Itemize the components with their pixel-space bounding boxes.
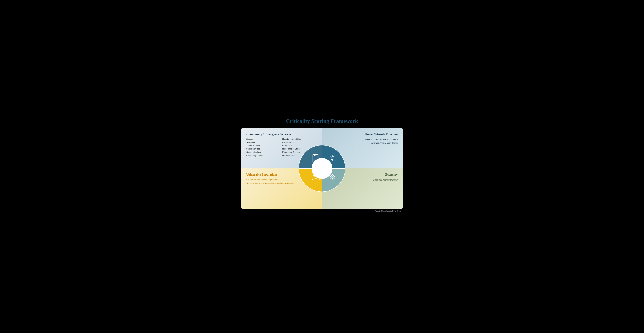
economy-items: Business Activity Density xyxy=(327,178,398,182)
quadrant-community-services: Community / Emergency Services Schools T… xyxy=(242,128,322,168)
vulnerable-populations-items: Environmental Justice Populations Social… xyxy=(246,178,317,185)
list-item: Fire Station xyxy=(282,144,317,147)
list-item: Hospital / Urgent Care xyxy=(282,138,317,141)
community-services-items: Schools Town Hall Transit Facilities Sen… xyxy=(246,138,317,157)
list-item: Communications xyxy=(246,151,281,154)
list-item: Average Annual Daily Traffic xyxy=(327,141,398,145)
attribution-text: Adapted from Woods Hole Group xyxy=(242,210,402,212)
list-item: Social Vulnerability Index (Housing /Tra… xyxy=(246,181,317,185)
list-item: Environmental Justice Populations xyxy=(246,178,317,181)
quadrant-vulnerable-populations: Vulnerable Populations Environmental Jus… xyxy=(242,168,322,209)
main-card: Community / Emergency Services Schools T… xyxy=(242,128,402,209)
vulnerable-populations-title: Vulnerable Populations xyxy=(246,173,317,176)
list-item: Schools xyxy=(246,138,281,141)
list-item: Community Centers xyxy=(246,154,281,157)
list-item: MassDOT Functional Classification xyxy=(327,138,398,141)
list-item: DPW Facilities xyxy=(282,154,317,157)
list-item: Emergency Shelters xyxy=(282,151,317,154)
usage-network-title: Usage/Network Function xyxy=(327,132,398,136)
economy-title: Economy xyxy=(327,173,398,176)
quadrant-usage-network: Usage/Network Function MassDOT Functiona… xyxy=(322,128,402,168)
community-services-title: Community / Emergency Services xyxy=(246,132,317,136)
list-item: Harbormaster Office xyxy=(282,147,317,151)
list-item: Town Hall xyxy=(246,141,281,144)
list-item: Police Station xyxy=(282,141,317,144)
quadrant-economy: Economy Business Activity Density xyxy=(322,168,402,209)
page-title: Criticality Scoring Framework xyxy=(242,118,402,124)
col2-items: Hospital / Urgent Care Police Station Fi… xyxy=(282,138,317,157)
list-item: Transit Facilities xyxy=(246,144,281,147)
col1-items: Schools Town Hall Transit Facilities Sen… xyxy=(246,138,281,157)
usage-network-items: MassDOT Functional Classification Averag… xyxy=(327,138,398,145)
list-item: Senior Services xyxy=(246,147,281,151)
list-item: Business Activity Density xyxy=(327,178,398,182)
